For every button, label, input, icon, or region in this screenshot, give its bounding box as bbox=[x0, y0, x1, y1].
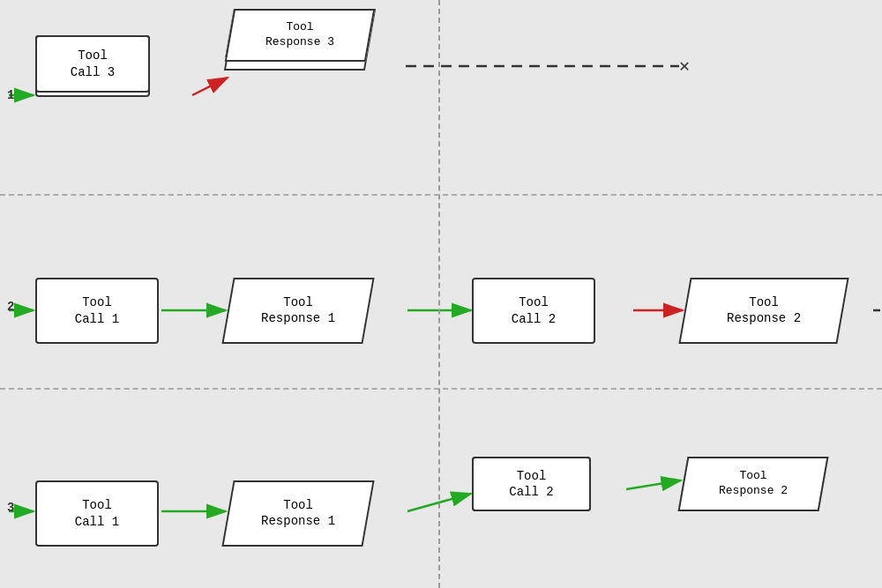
row1-tool-call-1: ToolCall 1 bbox=[35, 278, 159, 344]
row2-sub-tool-response-2: ToolResponse 2 bbox=[678, 457, 829, 511]
row1-tool-call-2: ToolCall 2 bbox=[472, 278, 595, 344]
svg-line-4 bbox=[192, 78, 228, 95]
row0-tool-response-3: ToolResponse 3 bbox=[225, 9, 376, 62]
row1-tool-response-1: ToolResponse 1 bbox=[221, 278, 374, 344]
row-divider-1-2 bbox=[0, 388, 882, 390]
row2-tool-call-1: ToolCall 1 bbox=[35, 480, 159, 547]
row-divider-0-1 bbox=[0, 194, 882, 196]
row-label-1: 1 bbox=[7, 88, 14, 102]
row-label-2: 2 bbox=[7, 300, 14, 314]
row1-tool-response-2: ToolResponse 2 bbox=[678, 278, 848, 344]
svg-line-14 bbox=[626, 480, 681, 489]
diagram-container: 1 ToolCall 1 ToolCall 2 ToolCall 3 ToolR… bbox=[0, 0, 882, 588]
row0-tool-call-3: ToolCall 3 bbox=[35, 35, 150, 93]
x-mark-row0: ✕ bbox=[679, 55, 690, 77]
vertical-divider bbox=[438, 0, 440, 588]
row-label-3: 3 bbox=[7, 501, 14, 515]
row2-tool-response-1: ToolResponse 1 bbox=[221, 480, 374, 547]
row2-sub-tool-call-2: ToolCall 2 bbox=[472, 457, 591, 511]
